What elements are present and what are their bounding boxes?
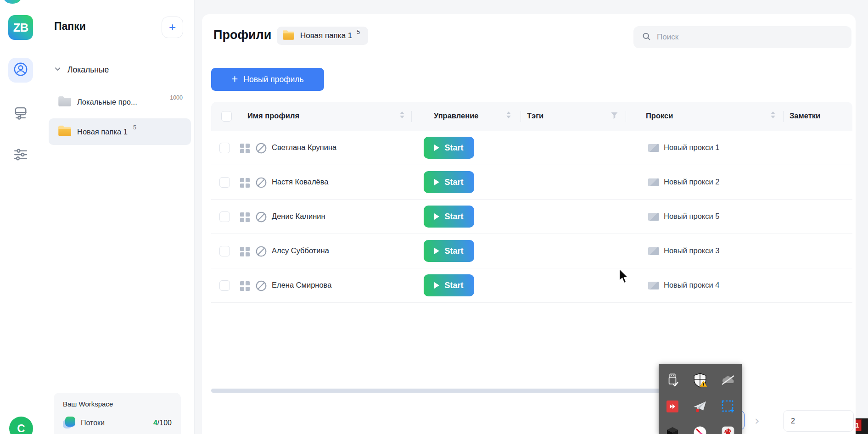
workspace-card: Ваш Workspace Потоки 4/100 [54, 393, 181, 434]
start-label: Start [444, 178, 463, 187]
onedrive-offline-icon[interactable] [714, 367, 742, 393]
system-tray-popup [659, 364, 742, 434]
current-folder-chip[interactable]: Новая папка 1 5 [277, 27, 368, 45]
select-all-checkbox[interactable] [221, 111, 232, 122]
proxy-flag-icon [648, 282, 659, 289]
table-row[interactable]: Денис Калинин Start Новый прокси 5 [211, 200, 852, 234]
new-profile-label: Новый профиль [243, 75, 303, 84]
threads-row: Потоки 4/100 [63, 417, 172, 429]
icon-rail: ZB [0, 0, 42, 434]
table-row[interactable]: Елена Смирнова Start Новый прокси 4 [211, 268, 852, 303]
telegram-icon[interactable] [686, 393, 714, 419]
horizontal-scrollbar[interactable] [211, 389, 666, 393]
no-proxy-ban-icon [255, 177, 267, 190]
user-avatar[interactable]: C [9, 417, 33, 434]
column-header-name[interactable]: Имя профиля [247, 111, 299, 120]
folder-item-label: Новая папка 1 [77, 128, 128, 136]
plus-icon: + [231, 72, 238, 85]
search-input[interactable] [657, 33, 831, 42]
filter-funnel-icon[interactable] [611, 112, 618, 122]
proxy-flag-icon [648, 213, 659, 221]
threads-limit: /100 [157, 419, 172, 427]
threads-label: Потоки [81, 419, 105, 427]
usb-device-icon[interactable] [659, 367, 686, 393]
app-window: ZB [0, 0, 868, 434]
row-checkbox[interactable] [219, 211, 230, 222]
folder-item-local-profiles[interactable]: Локальные про... 1000 [49, 89, 191, 115]
proxy-flag-icon [648, 144, 659, 152]
folder-group-label: Локальные [67, 65, 109, 75]
sort-icon-control[interactable] [506, 111, 511, 118]
play-icon [434, 282, 439, 289]
column-divider [411, 111, 412, 122]
snip-select-icon[interactable] [714, 393, 742, 419]
proxy-flag-icon [648, 178, 659, 186]
search-box[interactable] [633, 26, 851, 48]
defender-shield-icon[interactable] [686, 367, 714, 393]
folder-item-count: 1000 [170, 95, 183, 101]
page-size-select[interactable]: 2 [783, 410, 854, 432]
search-icon [642, 32, 651, 43]
threads-icon [63, 417, 75, 429]
yellow-folder-icon [58, 125, 72, 139]
zb-logo: ZB [8, 15, 33, 40]
folder-item-label: Локальные про... [77, 98, 137, 106]
play-icon [434, 248, 439, 254]
nav-profiles[interactable] [8, 58, 33, 83]
red-remote-app-icon[interactable] [659, 393, 686, 419]
page-size-value: 2 [791, 417, 795, 425]
proxy-monitor-icon [12, 105, 29, 123]
profile-name: Елена Смирнова [272, 281, 331, 289]
folder-item-new-folder-1[interactable]: Новая папка 1 5 [49, 118, 191, 145]
no-proxy-ban-icon [255, 142, 267, 156]
grid-icon [240, 247, 249, 256]
bloody-hand-app-icon[interactable] [714, 419, 742, 434]
play-icon [434, 179, 439, 185]
column-divider [783, 111, 784, 122]
pagination-next[interactable]: › [755, 413, 760, 428]
play-icon [434, 213, 439, 220]
folders-title: Папки [54, 20, 86, 33]
table-row[interactable]: Настя Ковалёва Start Новый прокси 2 [211, 165, 852, 200]
start-button[interactable]: Start [424, 137, 474, 159]
column-divider [626, 111, 626, 122]
table-row[interactable]: Светлана Крупина Start Новый прокси 1 [211, 131, 852, 165]
proxy-name: Новый прокси 2 [664, 178, 719, 186]
start-button[interactable]: Start [424, 240, 474, 262]
folder-chip-count: 5 [357, 29, 360, 35]
table-row[interactable]: Алсу Субботина Start Новый прокси 3 [211, 234, 852, 268]
start-button[interactable]: Start [424, 171, 474, 193]
nav-settings[interactable] [8, 143, 33, 168]
cropped-app-icon [4, 0, 21, 4]
clock-app-icon[interactable] [686, 419, 714, 434]
add-folder-button[interactable]: + [162, 17, 183, 38]
proxy-flag-icon [648, 247, 659, 255]
grid-icon [240, 212, 249, 222]
folder-item-count: 5 [133, 124, 136, 131]
main-content: Профили Новая папка 1 5 + Новый профиль [202, 14, 856, 434]
folder-group-local[interactable]: Локальные [54, 65, 109, 75]
column-header-tags[interactable]: Тэги [527, 111, 543, 120]
proxy-name: Новый прокси 5 [664, 212, 719, 221]
proxy-name: Новый прокси 1 [664, 143, 719, 152]
start-label: Start [444, 143, 463, 153]
no-proxy-ban-icon [255, 245, 267, 259]
profile-name: Денис Калинин [272, 212, 325, 221]
sort-icon-name[interactable] [400, 111, 404, 118]
row-checkbox[interactable] [219, 246, 230, 256]
row-checkbox[interactable] [219, 177, 230, 188]
sliders-icon [12, 146, 29, 165]
row-checkbox[interactable] [219, 280, 230, 291]
start-button[interactable]: Start [424, 274, 474, 296]
gray-folder-icon [58, 95, 72, 109]
row-checkbox[interactable] [219, 143, 230, 153]
profile-name: Алсу Субботина [272, 246, 329, 255]
new-profile-button[interactable]: + Новый профиль [211, 68, 324, 91]
sort-icon-proxy[interactable] [771, 111, 775, 118]
column-header-proxy[interactable]: Прокси [646, 111, 673, 120]
black-cube-icon[interactable] [659, 419, 686, 434]
start-button[interactable]: Start [424, 206, 474, 228]
column-header-control[interactable]: Управление [434, 111, 479, 120]
nav-proxies[interactable] [8, 102, 33, 127]
column-header-notes[interactable]: Заметки [790, 111, 820, 120]
